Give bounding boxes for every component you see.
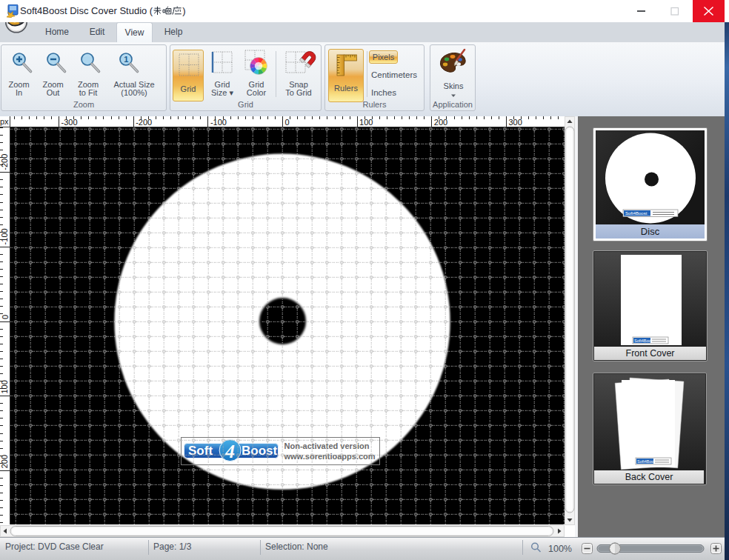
svg-text:0: 0 xyxy=(1,315,10,319)
svg-text:100%: 100% xyxy=(548,544,572,554)
svg-text:200: 200 xyxy=(1,455,10,468)
svg-text:300: 300 xyxy=(509,118,522,127)
svg-text:-200: -200 xyxy=(136,118,152,127)
svg-text:Soft4Boost: Soft4Boost xyxy=(634,339,654,343)
svg-text:100: 100 xyxy=(359,118,373,127)
svg-text:Soft4Boost: Soft4Boost xyxy=(637,459,657,464)
svg-text:100: 100 xyxy=(1,380,10,393)
svg-text:-300: -300 xyxy=(61,118,78,127)
svg-text:-200: -200 xyxy=(1,154,10,170)
svg-text:1: 1 xyxy=(124,55,128,64)
svg-text:200: 200 xyxy=(434,118,447,127)
svg-text:Soft4Boost: Soft4Boost xyxy=(625,211,648,216)
svg-text:0: 0 xyxy=(285,118,290,127)
svg-text:-100: -100 xyxy=(1,228,10,244)
svg-text:-100: -100 xyxy=(210,118,227,127)
